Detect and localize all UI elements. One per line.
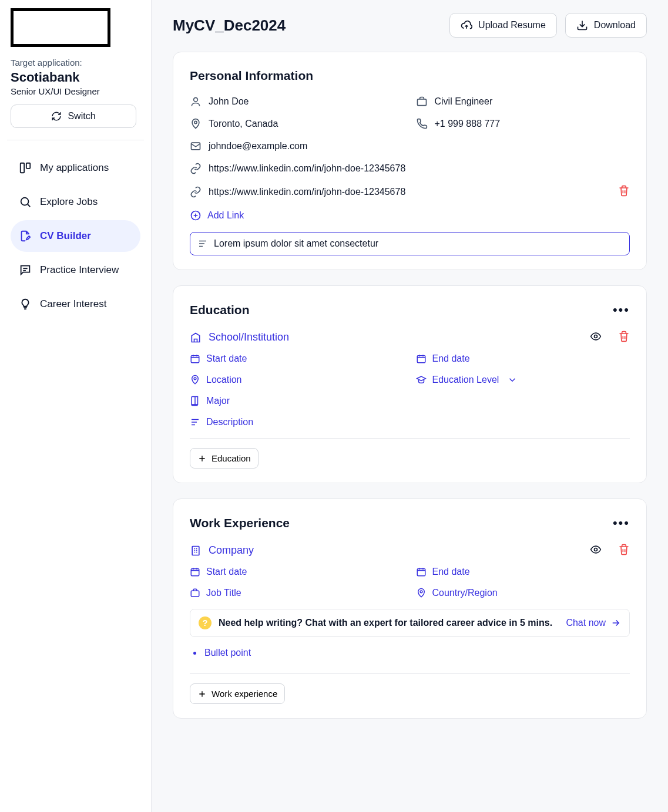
chat-now-label: Chat now <box>566 618 606 628</box>
sidebar-item-label: My applications <box>40 162 109 174</box>
delete-education-button[interactable] <box>618 331 630 344</box>
topbar: MyCV_Dec2024 Upload Resume Download <box>173 13 647 38</box>
visibility-toggle[interactable] <box>590 331 602 344</box>
field-label: Location <box>206 375 242 385</box>
link-icon <box>190 163 202 174</box>
education-major-field[interactable]: Major <box>190 396 630 406</box>
email-value: johndoe@example.com <box>209 141 307 151</box>
upload-cloud-icon <box>461 19 472 31</box>
add-link-label: Add Link <box>207 210 244 221</box>
lightbulb-icon <box>19 298 32 311</box>
visibility-toggle[interactable] <box>590 544 602 557</box>
education-description-field[interactable]: Description <box>190 417 630 427</box>
personal-info-title: Personal Information <box>190 69 313 83</box>
text-lines-icon <box>197 238 208 249</box>
eye-icon <box>590 544 602 555</box>
sidebar-item-label: CV Builder <box>40 230 91 242</box>
help-icon: ? <box>199 616 212 629</box>
svg-rect-14 <box>191 569 199 576</box>
personal-info-card: Personal Information John Doe Civil Engi… <box>173 52 647 270</box>
calendar-icon <box>416 567 427 577</box>
main-content: MyCV_Dec2024 Upload Resume Download Pers… <box>152 0 668 812</box>
school-field[interactable]: School/Institution <box>209 331 583 343</box>
education-location-field[interactable]: Location <box>190 375 404 385</box>
trash-icon <box>618 185 630 197</box>
trash-icon <box>618 544 630 555</box>
location-field[interactable]: Toronto, Canada <box>190 118 404 130</box>
work-country-field[interactable]: Country/Region <box>416 588 630 598</box>
chat-now-button[interactable]: Chat now <box>566 618 621 628</box>
work-more-button[interactable]: ••• <box>613 515 630 531</box>
sidebar-item-explore-jobs[interactable]: Explore Jobs <box>11 186 140 218</box>
work-jobtitle-field[interactable]: Job Title <box>190 588 404 598</box>
search-icon <box>19 196 32 208</box>
briefcase-icon <box>190 588 200 598</box>
page-title: MyCV_Dec2024 <box>173 16 286 35</box>
chevron-down-icon <box>507 375 518 385</box>
education-more-button[interactable]: ••• <box>613 302 630 318</box>
email-field[interactable]: johndoe@example.com <box>190 140 630 152</box>
svg-point-2 <box>21 198 29 205</box>
description-input[interactable] <box>214 238 622 249</box>
svg-rect-16 <box>191 591 199 597</box>
building-icon <box>190 332 202 343</box>
phone-field[interactable]: +1 999 888 777 <box>416 118 630 130</box>
description-input-wrapper[interactable] <box>190 232 630 255</box>
add-link-button[interactable]: Add Link <box>190 210 630 221</box>
name-field[interactable]: John Doe <box>190 96 404 107</box>
bullet-point-field[interactable]: Bullet point <box>190 645 630 668</box>
add-education-button[interactable]: Education <box>190 448 259 469</box>
target-role: Senior UX/UI Designer <box>11 86 140 96</box>
education-end-date-field[interactable]: End date <box>416 353 630 364</box>
sidebar-item-label: Practice Interview <box>40 264 119 276</box>
education-start-date-field[interactable]: Start date <box>190 353 404 364</box>
target-application-label: Target application: <box>11 58 140 68</box>
sidebar-item-practice-interview[interactable]: Practice Interview <box>11 254 140 286</box>
name-value: John Doe <box>209 96 249 107</box>
work-experience-card: Work Experience ••• Company Start date E… <box>173 498 647 719</box>
svg-rect-10 <box>417 356 425 363</box>
sidebar-item-cv-builder[interactable]: CV Builder <box>11 220 140 252</box>
education-entry-header: School/Institution <box>190 331 630 344</box>
calendar-icon <box>416 353 427 364</box>
phone-icon <box>416 118 428 130</box>
helper-bar: ? Need help writing? Chat with an expert… <box>190 609 630 637</box>
refresh-icon <box>51 111 62 122</box>
bullet-dot-icon <box>193 652 196 655</box>
upload-resume-button[interactable]: Upload Resume <box>449 13 557 38</box>
chat-icon <box>19 264 32 277</box>
helper-text: Need help writing? Chat with an expert f… <box>219 618 559 628</box>
sidebar-item-career-interest[interactable]: Career Interest <box>11 288 140 320</box>
field-label: Start date <box>206 353 247 364</box>
field-label: Country/Region <box>432 588 498 598</box>
calendar-icon <box>190 567 200 577</box>
download-button[interactable]: Download <box>565 13 647 38</box>
add-work-label: Work experience <box>212 689 277 699</box>
sidebar-item-my-applications[interactable]: My applications <box>11 152 140 184</box>
download-icon <box>576 19 588 31</box>
work-end-date-field[interactable]: End date <box>416 567 630 577</box>
job-title-field[interactable]: Civil Engineer <box>416 96 630 107</box>
switch-label: Switch <box>68 111 95 122</box>
field-label: Job Title <box>206 588 241 598</box>
svg-rect-4 <box>417 99 426 106</box>
work-title: Work Experience <box>190 516 290 530</box>
svg-rect-9 <box>191 356 199 363</box>
plus-circle-icon <box>190 210 202 221</box>
switch-button[interactable]: Switch <box>11 105 136 128</box>
work-start-date-field[interactable]: Start date <box>190 567 404 577</box>
company-field[interactable]: Company <box>209 544 583 557</box>
link-row-2[interactable]: https://www.linkedin.com/in/john-doe-123… <box>190 185 630 199</box>
field-label: End date <box>432 567 470 577</box>
upload-label: Upload Resume <box>478 20 546 31</box>
education-title: Education <box>190 303 250 317</box>
education-level-field[interactable]: Education Level <box>416 375 630 385</box>
office-building-icon <box>190 545 202 557</box>
svg-point-8 <box>595 335 597 338</box>
delete-link-button[interactable] <box>618 185 630 199</box>
bullet-label: Bullet point <box>204 648 251 658</box>
add-work-button[interactable]: Work experience <box>190 683 285 704</box>
top-actions: Upload Resume Download <box>449 13 647 38</box>
link-row-1[interactable]: https://www.linkedin.com/in/john-doe-123… <box>190 163 630 174</box>
delete-work-button[interactable] <box>618 544 630 557</box>
